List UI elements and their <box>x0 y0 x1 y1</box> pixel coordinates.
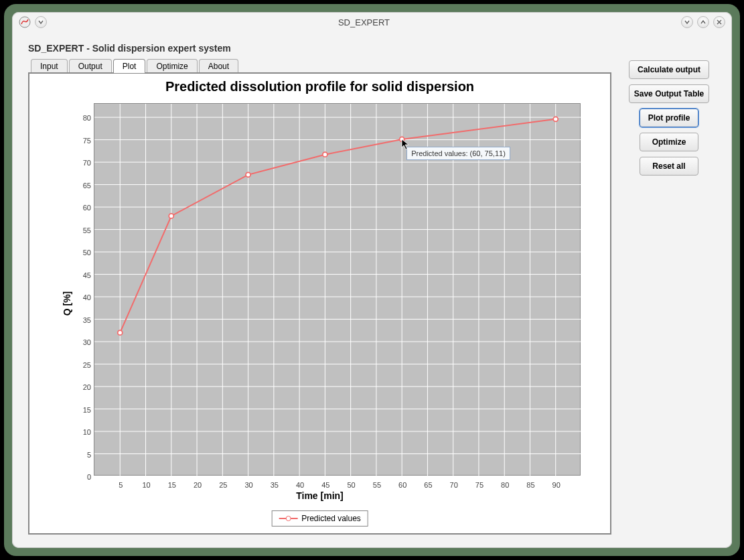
tab-plot[interactable]: Plot <box>113 59 146 73</box>
y-tick: 55 <box>83 226 91 234</box>
save-output-table-button[interactable]: Save Output Table <box>629 84 709 103</box>
optimize-button[interactable]: Optimize <box>640 133 698 151</box>
y-tick: 40 <box>83 293 91 301</box>
plot-panel: Predicted dissolution profile for solid … <box>28 72 611 535</box>
x-tick: 90 <box>552 481 561 489</box>
y-tick: 30 <box>83 338 91 346</box>
cursor-icon <box>401 139 411 153</box>
x-tick: 75 <box>475 481 483 489</box>
app-window: SD_EXPERT SD_EXPERT - Solid dispersion e… <box>12 12 732 548</box>
titlebar: SD_EXPERT <box>12 12 732 32</box>
y-tick: 20 <box>83 383 91 391</box>
app-icon <box>19 16 31 28</box>
window-title: SD_EXPERT <box>47 17 681 27</box>
y-tick: 80 <box>83 114 91 122</box>
x-tick: 70 <box>450 481 458 489</box>
x-tick: 25 <box>219 481 227 489</box>
chart-tooltip: Predicted values: (60, 75,11) <box>406 147 510 160</box>
y-tick: 65 <box>83 182 91 190</box>
x-tick: 85 <box>526 481 534 489</box>
calculate-output-button[interactable]: Calculate output <box>629 60 709 79</box>
x-tick: 10 <box>142 481 150 489</box>
y-tick: 60 <box>83 204 91 212</box>
y-tick: 0 <box>87 473 91 481</box>
y-tick: 35 <box>83 316 91 324</box>
legend-marker-icon <box>279 518 297 519</box>
x-tick: 60 <box>398 481 406 489</box>
app-subtitle: SD_EXPERT - Solid dispersion expert syst… <box>28 43 716 54</box>
svg-point-39 <box>323 152 327 157</box>
tab-bar: InputOutputPlotOptimizeAbout <box>28 59 611 73</box>
action-panel: Calculate output Save Output Table Plot … <box>622 59 716 535</box>
svg-point-37 <box>169 214 173 218</box>
reset-all-button[interactable]: Reset all <box>640 157 698 176</box>
x-axis-label: Time [min] <box>296 490 344 501</box>
y-tick: 5 <box>87 451 91 459</box>
x-tick: 65 <box>424 481 432 489</box>
y-tick: 45 <box>83 271 91 279</box>
y-tick: 70 <box>83 159 91 167</box>
y-tick: 50 <box>83 249 91 257</box>
x-tick: 40 <box>296 481 304 489</box>
x-tick: 30 <box>244 481 252 489</box>
svg-point-38 <box>246 172 250 177</box>
x-tick: 20 <box>194 481 202 489</box>
plot-profile-button[interactable]: Plot profile <box>640 109 698 127</box>
svg-point-0 <box>19 17 30 27</box>
x-tick: 45 <box>321 481 329 489</box>
y-tick: 25 <box>83 361 91 369</box>
tab-about[interactable]: About <box>199 59 238 73</box>
tab-optimize[interactable]: Optimize <box>147 59 197 73</box>
tab-output[interactable]: Output <box>69 59 112 73</box>
minimize-button[interactable] <box>681 16 693 28</box>
close-button[interactable] <box>713 16 725 28</box>
y-tick: 10 <box>83 428 91 436</box>
x-tick: 55 <box>373 481 381 489</box>
menu-button[interactable] <box>35 16 47 28</box>
legend-text: Predicted values <box>301 514 361 523</box>
y-axis-label: Q [%] <box>62 291 72 316</box>
x-tick: 80 <box>501 481 509 489</box>
x-tick: 35 <box>271 481 279 489</box>
chart-title: Predicted dissolution profile for solid … <box>29 74 610 97</box>
svg-point-41 <box>553 117 558 121</box>
y-tick: 75 <box>83 137 91 145</box>
svg-point-36 <box>118 330 123 335</box>
x-tick: 5 <box>119 481 123 489</box>
x-tick: 50 <box>348 481 356 489</box>
y-tick: 15 <box>83 406 91 414</box>
x-tick: 15 <box>168 481 176 489</box>
chart-legend: Predicted values <box>271 510 368 527</box>
maximize-button[interactable] <box>697 16 709 28</box>
tab-input[interactable]: Input <box>31 59 68 73</box>
